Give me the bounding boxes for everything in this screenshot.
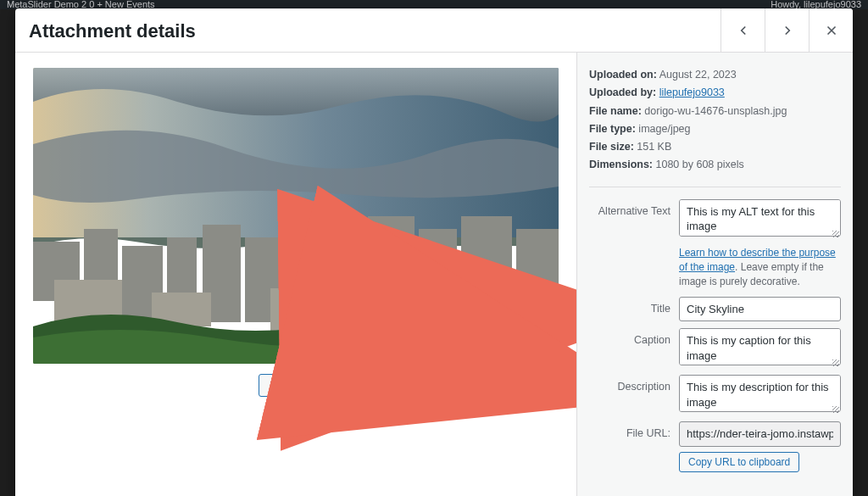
modal-header: Attachment details: [15, 8, 853, 53]
description-field[interactable]: This is my description for this image: [679, 375, 841, 412]
description-label: Description: [589, 375, 670, 415]
attachment-preview-area: Edit Image: [15, 53, 576, 496]
file-name-value: dorigo-wu-14676-unsplash.jpg: [644, 105, 787, 117]
chevron-left-icon: [736, 23, 751, 38]
caption-label: Caption: [589, 328, 670, 368]
copy-url-button[interactable]: Copy URL to clipboard: [679, 452, 799, 472]
file-size-label: File size:: [589, 141, 634, 153]
file-url-field[interactable]: [679, 421, 841, 447]
uploaded-by-label: Uploaded by:: [589, 86, 656, 98]
uploaded-on-label: Uploaded on:: [589, 69, 657, 81]
dimensions-label: Dimensions:: [589, 159, 653, 170]
file-url-label: File URL:: [589, 421, 670, 472]
title-label: Title: [589, 297, 670, 322]
dimensions-value: 1080 by 608 pixels: [656, 159, 744, 170]
attachment-meta: Uploaded on: August 22, 2023 Uploaded by…: [589, 66, 841, 175]
meta-divider: [589, 187, 841, 187]
uploaded-on-value: August 22, 2023: [659, 69, 737, 81]
close-modal-button[interactable]: [809, 8, 853, 52]
modal-title: Attachment details: [15, 8, 721, 52]
attachment-details-modal: Attachment details: [15, 8, 853, 496]
modal-body: Edit Image Uploaded on: August 22, 2023 …: [15, 53, 853, 496]
file-name-label: File name:: [589, 105, 642, 117]
attachment-meta-sidebar: Uploaded on: August 22, 2023 Uploaded by…: [576, 53, 853, 496]
edit-image-button[interactable]: Edit Image: [259, 374, 333, 397]
file-size-value: 151 KB: [637, 141, 671, 153]
file-type-label: File type:: [589, 123, 636, 135]
alt-text-label: Alternative Text: [589, 199, 670, 239]
uploaded-by-link[interactable]: lilepufejo9033: [659, 86, 725, 98]
next-attachment-button[interactable]: [765, 8, 809, 52]
chevron-right-icon: [780, 23, 795, 38]
alt-text-hint: Learn how to describe the purpose of the…: [679, 246, 841, 290]
file-type-value: image/jpeg: [638, 123, 690, 135]
title-field[interactable]: [679, 297, 841, 322]
caption-field[interactable]: This is my caption for this image: [679, 328, 841, 365]
prev-attachment-button[interactable]: [721, 8, 765, 52]
close-icon: [824, 23, 839, 38]
alt-text-field[interactable]: This is my ALT text for this image: [679, 199, 841, 237]
attachment-image: [33, 68, 559, 364]
